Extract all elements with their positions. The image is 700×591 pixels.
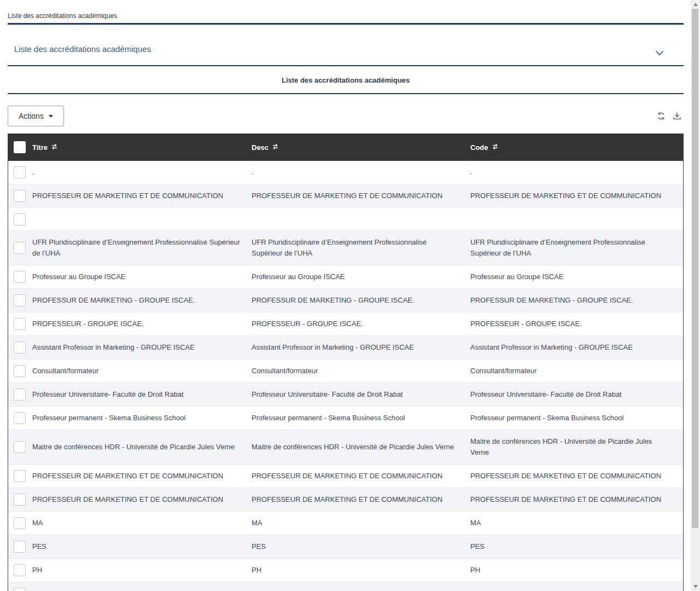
cell-code: PH bbox=[470, 559, 683, 582]
cell-titre: UFR Pluridisciplinaire d’Enseignement Pr… bbox=[32, 231, 252, 265]
cell-code: Maitre de conférences HDR - Université d… bbox=[470, 430, 683, 464]
row-checkbox-cell bbox=[8, 213, 32, 225]
cell-desc: . bbox=[252, 161, 470, 184]
row-checkbox[interactable] bbox=[14, 213, 26, 225]
row-checkbox[interactable] bbox=[14, 494, 26, 506]
row-checkbox-cell bbox=[8, 412, 32, 424]
interactive-report-table: Titre Desc bbox=[8, 134, 684, 591]
table-row: Consultant/formateurConsultant/formateur… bbox=[8, 360, 683, 383]
table-row: Professeur au Groupe ISCAEProfesseur au … bbox=[8, 265, 683, 289]
column-header-titre[interactable]: Titre bbox=[32, 143, 252, 152]
row-checkbox-cell bbox=[8, 441, 32, 453]
cell-titre: Consultant/formateur bbox=[32, 360, 252, 383]
cell-code: PROFESSUR DE MARKETING - GROUPE ISCAE. bbox=[470, 289, 683, 312]
row-checkbox[interactable] bbox=[14, 341, 26, 354]
row-checkbox-cell bbox=[8, 389, 32, 401]
cell-code: PROFESSEUR DE MARKETING ET DE COMMUNICAT… bbox=[470, 465, 683, 488]
cell-code: PES bbox=[470, 535, 683, 558]
row-checkbox-cell bbox=[8, 564, 32, 576]
row-checkbox[interactable] bbox=[14, 318, 26, 330]
row-checkbox-cell bbox=[8, 190, 32, 202]
scroll-up-arrow[interactable] bbox=[691, 0, 700, 9]
region-header[interactable]: Liste des accréditations académiques bbox=[8, 25, 684, 66]
column-header-desc[interactable]: Desc bbox=[252, 143, 470, 152]
column-header-desc-label: Desc bbox=[252, 143, 269, 152]
row-checkbox[interactable] bbox=[14, 412, 26, 424]
cell-desc: PA bbox=[252, 582, 470, 591]
table-row: PAPAPA bbox=[8, 582, 683, 591]
row-checkbox[interactable] bbox=[14, 365, 26, 377]
cell-titre: PH bbox=[32, 559, 252, 582]
row-checkbox-cell bbox=[8, 494, 32, 506]
refresh-icon[interactable] bbox=[657, 112, 666, 120]
row-checkbox[interactable] bbox=[14, 271, 26, 283]
row-checkbox-cell bbox=[8, 271, 32, 283]
scroll-down-arrow[interactable] bbox=[691, 582, 700, 591]
column-header-code[interactable]: Code bbox=[470, 143, 683, 152]
cell-titre: Professeur au Groupe ISCAE bbox=[32, 265, 252, 288]
cell-code: PA bbox=[470, 582, 683, 591]
row-checkbox-cell bbox=[8, 166, 32, 178]
table-row: PROFESSEUR - GROUPE ISCAE.PROFESSEUR - G… bbox=[8, 312, 683, 336]
cell-desc: Consultant/formateur bbox=[252, 360, 470, 383]
cell-code: PROFESSEUR DE MARKETING ET DE COMMUNICAT… bbox=[470, 488, 683, 511]
table-row bbox=[8, 208, 683, 231]
cell-desc: PROFESSEUR DE MARKETING ET DE COMMUNICAT… bbox=[252, 465, 470, 488]
cell-titre: PROFESSEUR DE MARKETING ET DE COMMUNICAT… bbox=[32, 488, 252, 511]
chevron-down-icon[interactable] bbox=[655, 49, 664, 55]
cell-desc: PROFESSEUR DE MARKETING ET DE COMMUNICAT… bbox=[252, 488, 470, 511]
cell-code: Assistant Professor in Marketing - GROUP… bbox=[470, 336, 683, 359]
cell-titre: PROFESSEUR DE MARKETING ET DE COMMUNICAT… bbox=[32, 184, 252, 207]
cell-desc: PROFESSEUR - GROUPE ISCAE. bbox=[252, 312, 470, 335]
row-checkbox[interactable] bbox=[14, 588, 26, 591]
caret-down-icon bbox=[49, 115, 53, 118]
row-checkbox[interactable] bbox=[14, 517, 26, 529]
cell-desc: Professeur permanent - Skema Business Sc… bbox=[252, 407, 470, 430]
table-row: ... bbox=[8, 161, 683, 184]
cell-desc: UFR Pluridisciplinaire d’Enseignement Pr… bbox=[252, 231, 470, 265]
cell-titre: MA bbox=[32, 512, 252, 535]
cell-desc bbox=[252, 213, 470, 225]
row-checkbox[interactable] bbox=[14, 190, 26, 202]
row-checkbox[interactable] bbox=[14, 564, 26, 576]
table-header: Titre Desc bbox=[8, 134, 683, 161]
row-checkbox[interactable] bbox=[14, 242, 26, 254]
row-checkbox-cell bbox=[8, 517, 32, 529]
toolbar: Actions bbox=[8, 94, 684, 134]
table-row: PROFESSEUR DE MARKETING ET DE COMMUNICAT… bbox=[8, 488, 683, 512]
select-all-checkbox[interactable] bbox=[14, 141, 26, 153]
cell-titre: Professeur permanent - Skema Business Sc… bbox=[32, 407, 252, 430]
cell-titre: PROFESSEUR DE MARKETING ET DE COMMUNICAT… bbox=[32, 465, 252, 488]
content-container: Liste des accréditations académiques Lis… bbox=[8, 0, 684, 591]
cell-desc: Maitre de conférences HDR - Université d… bbox=[252, 436, 470, 459]
row-checkbox-cell bbox=[8, 318, 32, 330]
table-row: Maitre de conférences HDR - Université d… bbox=[8, 430, 683, 465]
download-icon[interactable] bbox=[673, 112, 681, 120]
cell-code: PROFESSEUR DE MARKETING ET DE COMMUNICAT… bbox=[470, 184, 683, 207]
row-checkbox[interactable] bbox=[14, 389, 26, 401]
sort-icon bbox=[51, 143, 58, 152]
row-checkbox[interactable] bbox=[14, 166, 26, 178]
cell-desc: Professeur Universitaire- Faculté de Dro… bbox=[252, 383, 470, 406]
report-title: Liste des accréditations académiques bbox=[282, 76, 410, 84]
row-checkbox-cell bbox=[8, 341, 32, 354]
cell-code bbox=[470, 213, 683, 225]
scrollbar[interactable] bbox=[691, 0, 700, 591]
toolbar-icons bbox=[657, 112, 684, 120]
cell-titre: . bbox=[32, 161, 252, 184]
cell-desc: PROFESSEUR DE MARKETING ET DE COMMUNICAT… bbox=[252, 184, 470, 207]
row-checkbox[interactable] bbox=[14, 470, 26, 482]
table-row: Professeur permanent - Skema Business Sc… bbox=[8, 407, 683, 430]
row-checkbox-cell bbox=[8, 365, 32, 377]
row-checkbox[interactable] bbox=[14, 294, 26, 306]
cell-titre bbox=[32, 213, 252, 225]
cell-code: Consultant/formateur bbox=[470, 360, 683, 383]
cell-code: UFR Pluridisciplinaire d’Enseignement Pr… bbox=[470, 231, 683, 265]
actions-button[interactable]: Actions bbox=[8, 106, 64, 126]
sort-icon bbox=[492, 143, 499, 152]
row-checkbox[interactable] bbox=[14, 541, 26, 553]
table-row: PROFESSUR DE MARKETING - GROUPE ISCAE.PR… bbox=[8, 289, 683, 312]
table-row: UFR Pluridisciplinaire d’Enseignement Pr… bbox=[8, 231, 683, 265]
row-checkbox[interactable] bbox=[14, 441, 26, 453]
scrollbar-thumb[interactable] bbox=[692, 9, 698, 528]
